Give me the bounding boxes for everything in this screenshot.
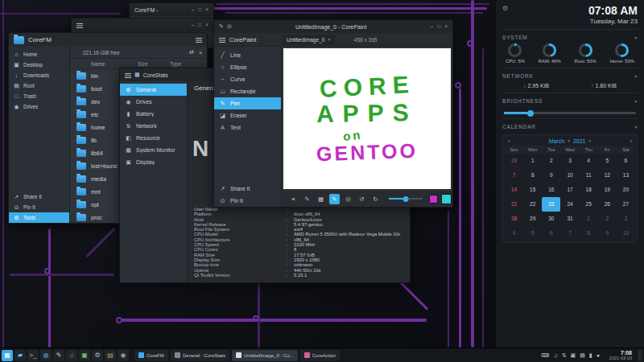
shuffle-icon[interactable]: ⇄: [189, 49, 194, 56]
brush-icon[interactable]: ✎: [302, 194, 312, 204]
shapes-icon[interactable]: ▦: [316, 194, 326, 204]
column-size[interactable]: Size: [138, 61, 170, 67]
menu-icon[interactable]: [125, 72, 131, 78]
camera-icon[interactable]: ◉: [118, 350, 129, 361]
column-type[interactable]: Type: [170, 61, 207, 67]
close-icon[interactable]: ×: [205, 7, 208, 13]
tab-close-icon[interactable]: ×: [328, 37, 331, 42]
close-icon[interactable]: ×: [199, 50, 202, 56]
calendar-day[interactable]: 17: [560, 183, 579, 197]
taskbar-clock[interactable]: 7:08 2021-03-23: [609, 350, 632, 361]
calendar-day[interactable]: 30: [542, 212, 560, 226]
calendar-day[interactable]: 2: [598, 212, 617, 226]
image-viewer-icon[interactable]: ▣: [79, 350, 90, 361]
tool-line[interactable]: ╱Line: [214, 49, 281, 61]
corestats-tab-network[interactable]: ⇅Network: [120, 120, 187, 132]
tool-text[interactable]: AText: [214, 121, 281, 134]
minimize-icon[interactable]: –: [192, 7, 195, 13]
calendar-day[interactable]: 25: [580, 197, 598, 212]
calendar-day[interactable]: 3: [617, 212, 635, 226]
volume-icon[interactable]: ♫: [553, 352, 557, 358]
section-collapse-icon[interactable]: ▾: [634, 98, 638, 104]
section-collapse-icon[interactable]: ▾: [634, 35, 638, 40]
calendar-day[interactable]: 9: [542, 168, 560, 183]
redo-icon[interactable]: ↻: [370, 194, 381, 204]
task-untitledimage-0-co-[interactable]: UntitledImage_0 - Co...: [232, 350, 298, 361]
task-general-corestats[interactable]: General - CoreStats: [171, 350, 229, 361]
calendar-month[interactable]: March: [549, 138, 564, 144]
menu-icon[interactable]: [196, 37, 202, 43]
calendar-day[interactable]: 16: [542, 183, 560, 197]
calendar-day[interactable]: 8: [523, 168, 542, 183]
calendar-next-button[interactable]: ›: [630, 138, 632, 144]
maximize-icon[interactable]: □: [437, 24, 440, 30]
corefm-place-downloads[interactable]: ↓Downloads: [9, 70, 69, 80]
year-dropdown-icon[interactable]: ▾: [589, 138, 592, 143]
month-dropdown-icon[interactable]: ▾: [568, 138, 570, 143]
keyboard-icon[interactable]: ⌨: [541, 352, 549, 359]
calendar-day[interactable]: 2: [542, 154, 560, 168]
panel-settings-icon[interactable]: ⚙: [502, 5, 508, 12]
maximize-icon[interactable]: □: [198, 7, 201, 13]
archive-icon[interactable]: ▤: [105, 350, 116, 361]
tool-pen[interactable]: ✎Pen: [214, 97, 281, 109]
terminal-icon[interactable]: >_: [27, 350, 39, 361]
corefm-place-drives[interactable]: ◉Drives: [9, 101, 69, 112]
corestats-tab-display[interactable]: ▣Display: [120, 156, 187, 168]
calendar-day[interactable]: 6: [617, 154, 635, 168]
menu-icon[interactable]: [219, 37, 225, 43]
calendar-day[interactable]: 24: [560, 197, 579, 212]
column-name[interactable]: Name: [91, 61, 138, 67]
calendar-day[interactable]: 5: [598, 154, 617, 168]
calendar-day[interactable]: 5: [523, 226, 542, 241]
maximize-icon[interactable]: □: [198, 23, 201, 28]
close-icon[interactable]: ×: [444, 24, 448, 30]
pen-size-slider[interactable]: [389, 198, 423, 200]
show-desktop-button[interactable]: [638, 350, 642, 361]
menu-icon[interactable]: [76, 23, 83, 28]
corefm-place-trash[interactable]: □Trash: [9, 91, 69, 101]
editor-icon[interactable]: ✎: [53, 350, 64, 361]
tool-rectangle[interactable]: ▭Rectangle: [214, 85, 281, 97]
cyan-swatch[interactable]: [441, 194, 452, 204]
corefm-action-pin-it[interactable]: ⊙Pin It: [9, 202, 69, 212]
notifications-icon[interactable]: ●: [597, 352, 600, 358]
calendar-day[interactable]: 8: [580, 226, 598, 241]
magenta-swatch[interactable]: [429, 195, 438, 204]
calendar-day[interactable]: 26: [598, 197, 617, 212]
paint-canvas[interactable]: COREAPPSonGENTOO: [283, 48, 451, 189]
tool-ellipse[interactable]: ○Ellipse: [214, 61, 281, 73]
corepaint-action-pin-it[interactable]: ⊙Pin It: [214, 195, 281, 207]
tool-curve[interactable]: ~Curve: [214, 73, 281, 85]
corefm-action-share-it[interactable]: ↗Share It: [9, 191, 69, 202]
calendar-day[interactable]: 1: [523, 154, 542, 168]
calendar-day[interactable]: 27: [617, 197, 635, 212]
calendar-day[interactable]: 3: [560, 154, 579, 168]
calendar-day[interactable]: 1: [580, 212, 598, 226]
brightness-slider[interactable]: [504, 112, 636, 114]
menu-icon[interactable]: ≡: [288, 194, 299, 204]
color-picker-icon[interactable]: ◎: [343, 194, 353, 204]
corestats-tab-general[interactable]: ⚙General: [120, 84, 187, 96]
calendar-day[interactable]: 28: [505, 212, 523, 226]
task-coreaction[interactable]: CoreAction: [300, 350, 341, 361]
calendar-day[interactable]: 11: [580, 168, 598, 183]
settings-icon[interactable]: ⚙: [92, 350, 103, 361]
calendar-day[interactable]: 28: [505, 154, 523, 168]
calendar-day[interactable]: 13: [617, 168, 635, 183]
tool-eraser[interactable]: ◪Eraser: [214, 109, 281, 121]
calendar-day[interactable]: 15: [523, 183, 542, 197]
corepaint-action-share-it[interactable]: ↗Share It: [214, 183, 281, 195]
pen-tool-icon[interactable]: ✎: [329, 194, 340, 204]
music-icon[interactable]: ♫: [66, 350, 77, 361]
calendar-day[interactable]: 18: [580, 183, 598, 197]
undo-icon[interactable]: ↺: [357, 194, 367, 204]
calendar-day[interactable]: 20: [617, 183, 635, 197]
network-tray-icon[interactable]: ⇅: [562, 352, 567, 359]
battery-icon[interactable]: ▮: [589, 352, 592, 359]
display-icon[interactable]: ▣: [571, 352, 576, 359]
minimize-icon[interactable]: –: [431, 24, 434, 30]
calendar-day[interactable]: 19: [598, 183, 617, 197]
calendar-day[interactable]: 10: [617, 226, 635, 241]
section-collapse-icon[interactable]: ▾: [634, 73, 638, 79]
